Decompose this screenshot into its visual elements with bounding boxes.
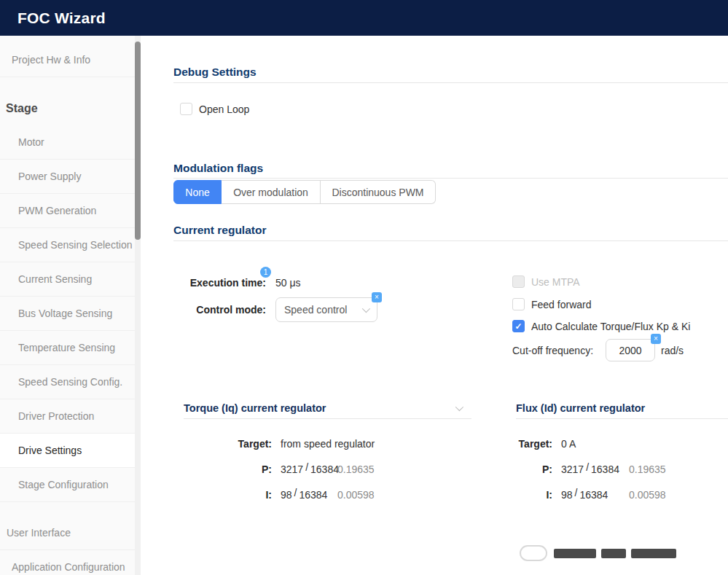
- cutoff-frequency-input[interactable]: [606, 339, 655, 361]
- modulation-button-group: None Over modulation Discontinuous PWM: [173, 180, 436, 204]
- feed-forward-row: Feed forward: [512, 298, 591, 310]
- control-mode-value: Speed control: [284, 304, 347, 316]
- flux-p-num[interactable]: 3217: [561, 463, 584, 475]
- use-mtpa-row: Use MTPA: [512, 275, 580, 288]
- sidebar-item-user-interface[interactable]: User Interface: [0, 516, 141, 550]
- modulation-flags-title: Modulation flags: [173, 162, 263, 175]
- app-header: FOC Wizard: [0, 0, 728, 36]
- cutoff-frequency-unit: rad/s: [661, 345, 684, 356]
- torque-p-label: P:: [184, 463, 272, 475]
- debug-divider: [173, 82, 728, 83]
- check-icon: ✓: [514, 322, 522, 331]
- flux-p-den[interactable]: 16384: [591, 463, 619, 475]
- sidebar-section-stage: Stage: [0, 77, 141, 125]
- feed-forward-checkbox[interactable]: [512, 298, 525, 310]
- torque-p-den[interactable]: 16384: [310, 463, 339, 475]
- sidebar-item-project-hw-info[interactable]: Project Hw & Info: [0, 43, 141, 77]
- torque-i-num[interactable]: 98: [281, 489, 292, 501]
- control-mode-select[interactable]: Speed control: [275, 297, 377, 322]
- torque-target-label: Target:: [184, 438, 272, 450]
- sidebar-item-current-sensing[interactable]: Current Sensing: [0, 262, 141, 297]
- sidebar-item-speed-sensing-config[interactable]: Speed Sensing Config.: [0, 365, 141, 399]
- modulation-over-modulation-button[interactable]: Over modulation: [222, 180, 321, 204]
- open-loop-checkbox[interactable]: [180, 103, 192, 115]
- sidebar-scrollbar-track[interactable]: [135, 36, 141, 575]
- partial-toggle[interactable]: [520, 545, 547, 561]
- flux-i-result: 0.00598: [629, 489, 666, 501]
- auto-calculate-row: ✓ Auto Calculate Torque/Flux Kp & Ki: [512, 320, 690, 332]
- flux-p-label: P:: [465, 463, 552, 475]
- use-mtpa-checkbox[interactable]: [512, 275, 525, 288]
- torque-i-fraction: 98/16384: [281, 489, 327, 501]
- torque-regulator-divider: [184, 418, 471, 419]
- flux-i-num[interactable]: 98: [561, 489, 573, 501]
- torque-i-result: 0.00598: [337, 489, 375, 501]
- feed-forward-label: Feed forward: [531, 299, 591, 310]
- fraction-separator: /: [586, 461, 589, 473]
- flux-i-fraction: 98/16384: [561, 489, 608, 501]
- sidebar-gap: [0, 502, 141, 516]
- sidebar-item-temperature-sensing[interactable]: Temperature Sensing: [0, 331, 141, 365]
- execution-time-label: Execution time:: [173, 277, 266, 289]
- open-loop-row: Open Loop: [180, 103, 249, 115]
- debug-settings-title: Debug Settings: [173, 66, 257, 79]
- clipped-text: [601, 549, 626, 558]
- flux-regulator-divider: [516, 418, 728, 419]
- torque-p-result: 0.19635: [337, 463, 375, 475]
- fraction-separator: /: [305, 461, 308, 473]
- sidebar-item-bus-voltage-sensing[interactable]: Bus Voltage Sensing: [0, 297, 141, 331]
- modulation-discontinuous-pwm-button[interactable]: Discontinuous PWM: [321, 180, 436, 204]
- flux-i-den[interactable]: 16384: [579, 489, 608, 501]
- foc-wizard-app: FOC Wizard Project Hw & Info Stage Motor…: [0, 0, 728, 575]
- sidebar-item-motor[interactable]: Motor: [0, 125, 141, 160]
- use-mtpa-label: Use MTPA: [531, 276, 580, 288]
- current-regulator-title: Current regulator: [173, 224, 266, 237]
- fraction-separator: /: [575, 487, 578, 498]
- flux-regulator-title: Flux (Id) current regulator: [516, 402, 645, 414]
- torque-p-fraction: 3217/16384: [281, 463, 339, 475]
- sidebar-item-speed-sensing-selection[interactable]: Speed Sensing Selection: [0, 228, 141, 262]
- torque-i-label: I:: [184, 489, 272, 501]
- torque-i-den[interactable]: 16384: [299, 489, 327, 501]
- chevron-down-icon: [362, 305, 370, 313]
- current-regulator-divider: [173, 240, 728, 241]
- info-badge: 1: [260, 267, 271, 278]
- torque-p-num[interactable]: 3217: [281, 463, 303, 475]
- flux-p-result: 0.19635: [629, 463, 666, 475]
- flux-target-label: Target:: [465, 438, 552, 450]
- flux-i-label: I:: [465, 489, 552, 501]
- main-content: Debug Settings Open Loop Modulation flag…: [141, 36, 728, 575]
- sidebar-item-power-supply[interactable]: Power Supply: [0, 160, 141, 194]
- auto-calculate-checkbox[interactable]: ✓: [512, 320, 525, 332]
- clipped-text: [554, 549, 596, 558]
- flux-target-value: 0 A: [561, 438, 576, 450]
- execution-time-value: 50 μs: [275, 277, 301, 289]
- fraction-separator: /: [294, 487, 297, 498]
- sidebar-item-stage-configuration[interactable]: Stage Configuration: [0, 468, 141, 502]
- torque-target-value: from speed regulator: [281, 438, 375, 450]
- modulation-divider: [173, 178, 728, 179]
- sidebar-scrollbar-thumb[interactable]: [135, 42, 141, 240]
- app-title: FOC Wizard: [17, 9, 106, 27]
- clipped-text: [631, 549, 676, 558]
- sidebar-item-pwm-generation[interactable]: PWM Generation: [0, 194, 141, 228]
- sidebar: Project Hw & Info Stage Motor Power Supp…: [0, 36, 141, 575]
- torque-collapse-chevron-down-icon[interactable]: [455, 403, 463, 411]
- cutoff-clear-icon[interactable]: ×: [651, 334, 661, 344]
- modulation-none-button[interactable]: None: [173, 180, 222, 204]
- partial-clipped-text: [554, 548, 681, 561]
- sidebar-item-drive-settings[interactable]: Drive Settings: [0, 434, 141, 468]
- auto-calculate-label: Auto Calculate Torque/Flux Kp & Ki: [531, 321, 690, 332]
- sidebar-item-application-configuration[interactable]: Application Configuration: [0, 550, 141, 575]
- control-mode-label: Control mode:: [173, 304, 266, 316]
- cutoff-frequency-label: Cut-off frequency:: [512, 345, 593, 356]
- flux-p-fraction: 3217/16384: [561, 463, 619, 475]
- torque-regulator-title: Torque (Iq) current regulator: [184, 402, 326, 414]
- open-loop-label: Open Loop: [199, 103, 249, 115]
- sidebar-item-driver-protection[interactable]: Driver Protection: [0, 399, 141, 434]
- control-mode-clear-icon[interactable]: ×: [372, 292, 382, 302]
